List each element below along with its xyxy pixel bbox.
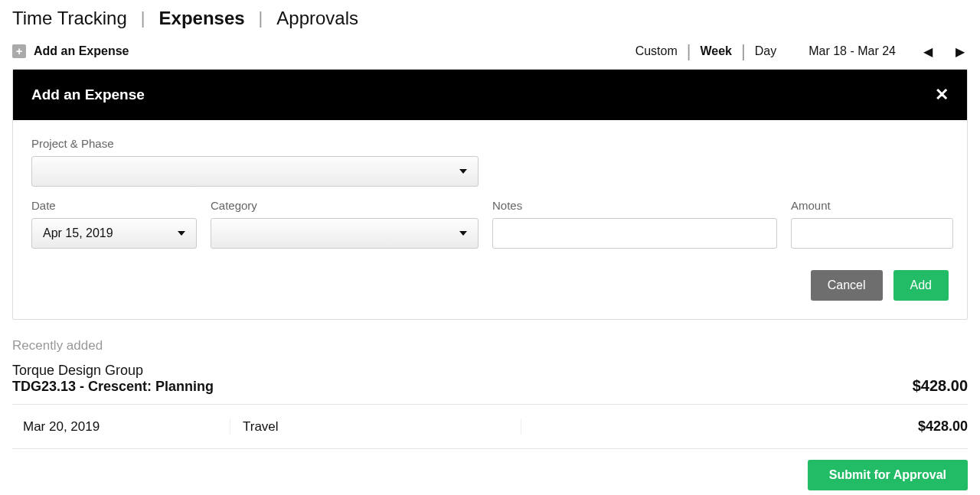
view-day[interactable]: Day	[755, 44, 776, 58]
notes-field: Notes	[492, 199, 777, 249]
group-info: Torque Design Group TDG23.13 - Crescent:…	[12, 363, 214, 395]
expense-group-row: Torque Design Group TDG23.13 - Crescent:…	[12, 360, 968, 405]
view-separator: |	[741, 41, 746, 61]
notes-input[interactable]	[492, 218, 777, 249]
tab-time-tracking[interactable]: Time Tracking	[12, 8, 127, 29]
tab-approvals[interactable]: Approvals	[276, 8, 358, 29]
group-client: Torque Design Group	[12, 363, 214, 379]
panel-button-row: Cancel Add	[31, 270, 949, 301]
group-total-amount: $428.00	[913, 377, 968, 395]
nav-separator: |	[141, 8, 145, 28]
category-field: Category	[211, 199, 479, 249]
nav-separator: |	[259, 8, 263, 28]
toolbar: + Add an Expense Custom | Week | Day Mar…	[12, 40, 968, 69]
chevron-down-icon	[178, 231, 185, 236]
plus-icon: +	[12, 44, 26, 58]
date-range[interactable]: Mar 18 - Mar 24	[808, 44, 896, 58]
entry-date: Mar 20, 2019	[23, 419, 230, 435]
submit-row: Submit for Approval	[12, 449, 968, 495]
amount-label: Amount	[791, 199, 953, 212]
recently-added-heading: Recently added	[12, 338, 968, 353]
tab-expenses[interactable]: Expenses	[159, 8, 245, 29]
expense-entry-row[interactable]: Mar 20, 2019 Travel $428.00	[12, 405, 968, 449]
date-select[interactable]: Apr 15, 2019	[31, 218, 197, 249]
panel-header: Add an Expense ✕	[13, 70, 967, 120]
prev-arrow-icon[interactable]: ◀	[920, 44, 936, 59]
view-custom[interactable]: Custom	[635, 44, 678, 58]
cancel-button[interactable]: Cancel	[811, 270, 883, 301]
expense-fields-row: Date Apr 15, 2019 Category Notes	[31, 199, 949, 249]
nav-tabs: Time Tracking | Expenses | Approvals	[12, 0, 968, 35]
add-expense-panel: Add an Expense ✕ Project & Phase Date Ap…	[12, 69, 968, 320]
date-value: Apr 15, 2019	[43, 226, 113, 240]
right-controls: Custom | Week | Day Mar 18 - Mar 24 ◀ ▶	[635, 41, 968, 61]
panel-body: Project & Phase Date Apr 15, 2019 Catego…	[13, 120, 967, 319]
entry-category: Travel	[230, 418, 521, 435]
category-label: Category	[211, 199, 479, 212]
project-phase-select[interactable]	[31, 156, 479, 187]
view-switch: Custom | Week | Day	[635, 41, 777, 61]
notes-label: Notes	[492, 199, 777, 212]
view-separator: |	[687, 41, 691, 61]
chevron-down-icon	[459, 169, 467, 174]
add-expense-link[interactable]: + Add an Expense	[12, 44, 129, 58]
project-phase-field: Project & Phase	[31, 137, 949, 187]
project-phase-label: Project & Phase	[31, 137, 949, 150]
add-button[interactable]: Add	[893, 270, 949, 301]
next-arrow-icon[interactable]: ▶	[952, 44, 968, 59]
amount-input[interactable]	[791, 218, 953, 249]
entry-amount: $428.00	[807, 418, 968, 435]
close-icon[interactable]: ✕	[935, 85, 949, 105]
amount-field: Amount	[791, 199, 953, 249]
date-field: Date Apr 15, 2019	[31, 199, 197, 249]
panel-title: Add an Expense	[31, 86, 145, 103]
chevron-down-icon	[459, 231, 467, 236]
date-label: Date	[31, 199, 197, 212]
submit-for-approval-button[interactable]: Submit for Approval	[808, 460, 968, 490]
add-expense-label: Add an Expense	[34, 44, 129, 58]
entry-notes	[521, 418, 807, 435]
category-select[interactable]	[211, 218, 479, 249]
view-week[interactable]: Week	[701, 44, 733, 58]
group-project: TDG23.13 - Crescent: Planning	[12, 379, 214, 395]
